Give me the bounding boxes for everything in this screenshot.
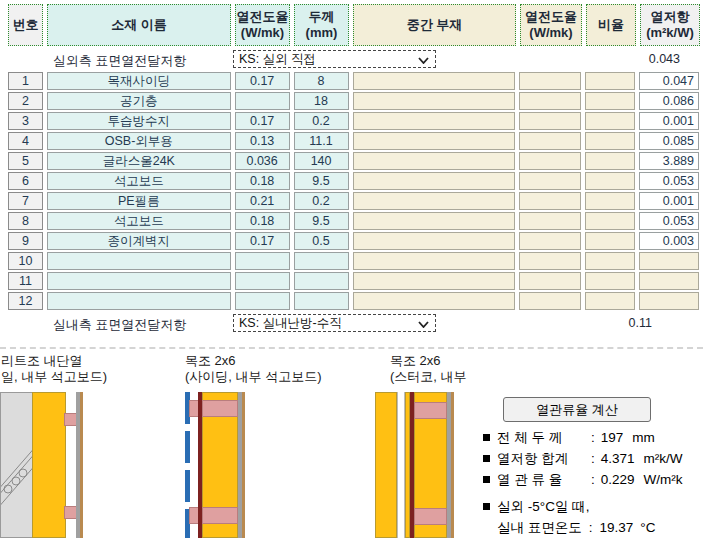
thickness-cell[interactable]: 0.2 xyxy=(294,112,349,130)
middle-member-cell[interactable] xyxy=(353,192,516,210)
material-name-cell[interactable] xyxy=(47,252,231,270)
middle-conductivity-cell[interactable] xyxy=(519,172,581,190)
middle-conductivity-cell[interactable] xyxy=(519,292,581,310)
resistance-cell[interactable]: 0.047 xyxy=(639,72,699,90)
resistance-cell[interactable]: 0.053 xyxy=(639,172,699,190)
results-panel: 전 체 두 께 : 197 mm 열저항 합계 : 4.371 m²k/W 열 … xyxy=(483,427,683,490)
middle-member-cell[interactable] xyxy=(353,72,516,90)
resistance-cell[interactable]: 0.001 xyxy=(639,112,699,130)
conductivity-cell[interactable]: 0.18 xyxy=(235,212,290,230)
ratio-cell[interactable] xyxy=(585,172,635,190)
finish-layer xyxy=(242,392,245,538)
material-table: 번호 소재 이름 열전도율(W/mk) 두께(mm) 중간 부재 열전도율(W/… xyxy=(0,4,703,335)
ratio-cell[interactable] xyxy=(585,252,635,270)
ratio-cell[interactable] xyxy=(585,192,635,210)
row-number-cell: 10 xyxy=(8,252,43,270)
ratio-cell[interactable] xyxy=(585,132,635,150)
material-name-cell[interactable]: PE필름 xyxy=(47,192,231,210)
resistance-cell[interactable] xyxy=(639,252,699,270)
ratio-cell[interactable] xyxy=(585,212,635,230)
middle-member-cell[interactable] xyxy=(353,92,516,110)
middle-conductivity-cell[interactable] xyxy=(519,192,581,210)
resistance-cell[interactable] xyxy=(639,292,699,310)
middle-member-cell[interactable] xyxy=(353,152,516,170)
thickness-cell[interactable]: 0.2 xyxy=(294,192,349,210)
thickness-cell[interactable] xyxy=(294,252,349,270)
outdoor-resistance-value: 0.043 xyxy=(590,52,700,66)
middle-conductivity-cell[interactable] xyxy=(519,92,581,110)
resistance-cell[interactable]: 0.003 xyxy=(639,232,699,250)
ratio-cell[interactable] xyxy=(585,292,635,310)
calculate-button[interactable]: 열관류율 계산 xyxy=(503,397,651,422)
thickness-cell[interactable]: 11.1 xyxy=(294,132,349,150)
resistance-cell[interactable]: 0.085 xyxy=(639,132,699,150)
ratio-cell[interactable] xyxy=(585,272,635,290)
conductivity-cell[interactable]: 0.17 xyxy=(235,72,290,90)
thickness-cell[interactable]: 0.5 xyxy=(294,232,349,250)
middle-member-cell[interactable] xyxy=(353,112,516,130)
middle-conductivity-cell[interactable] xyxy=(519,232,581,250)
material-name-cell[interactable]: 종이계벽지 xyxy=(47,232,231,250)
ratio-cell[interactable] xyxy=(585,152,635,170)
middle-member-cell[interactable] xyxy=(353,252,516,270)
material-name-cell[interactable] xyxy=(47,272,231,290)
thickness-cell[interactable] xyxy=(294,272,349,290)
conductivity-cell[interactable]: 0.17 xyxy=(235,112,290,130)
conductivity-cell[interactable]: 0.13 xyxy=(235,132,290,150)
conductivity-cell[interactable] xyxy=(235,272,290,290)
resistance-cell[interactable]: 0.086 xyxy=(639,92,699,110)
middle-member-cell[interactable] xyxy=(353,132,516,150)
material-name-cell[interactable]: 목재사이딩 xyxy=(47,72,231,90)
stat-value: 4.371 xyxy=(601,451,635,466)
material-name-cell[interactable]: 석고보드 xyxy=(47,212,231,230)
material-name-cell[interactable]: 공기층 xyxy=(47,92,231,110)
indoor-resistance-select[interactable]: KS: 실내난방-수직 xyxy=(233,314,436,332)
middle-conductivity-cell[interactable] xyxy=(519,152,581,170)
thickness-cell[interactable]: 140 xyxy=(294,152,349,170)
thickness-cell[interactable]: 8 xyxy=(294,72,349,90)
conductivity-cell[interactable] xyxy=(235,92,290,110)
material-name-cell[interactable]: OSB-외부용 xyxy=(47,132,231,150)
middle-conductivity-cell[interactable] xyxy=(519,72,581,90)
thickness-cell[interactable]: 9.5 xyxy=(294,172,349,190)
middle-conductivity-cell[interactable] xyxy=(519,112,581,130)
middle-conductivity-cell[interactable] xyxy=(519,132,581,150)
resistance-cell[interactable]: 0.001 xyxy=(639,192,699,210)
ratio-cell[interactable] xyxy=(585,232,635,250)
section-divider xyxy=(0,347,703,349)
material-name-cell[interactable] xyxy=(47,292,231,310)
thickness-cell[interactable] xyxy=(294,292,349,310)
middle-conductivity-cell[interactable] xyxy=(519,272,581,290)
stat-colon: : xyxy=(591,430,595,445)
resistance-cell[interactable]: 3.889 xyxy=(639,152,699,170)
ratio-cell[interactable] xyxy=(585,112,635,130)
resistance-cell[interactable]: 0.053 xyxy=(639,212,699,230)
middle-member-cell[interactable] xyxy=(353,212,516,230)
material-name-cell[interactable]: 글라스울24K xyxy=(47,152,231,170)
conductivity-cell[interactable]: 0.036 xyxy=(235,152,290,170)
middle-conductivity-cell[interactable] xyxy=(519,212,581,230)
conductivity-cell[interactable] xyxy=(235,292,290,310)
ratio-cell[interactable] xyxy=(585,72,635,90)
middle-member-cell[interactable] xyxy=(353,172,516,190)
finish-layer xyxy=(80,392,83,538)
middle-member-cell[interactable] xyxy=(353,292,516,310)
thickness-cell[interactable]: 18 xyxy=(294,92,349,110)
thickness-cell[interactable]: 9.5 xyxy=(294,212,349,230)
conductivity-cell[interactable] xyxy=(235,252,290,270)
resistance-cell[interactable] xyxy=(639,272,699,290)
middle-conductivity-cell[interactable] xyxy=(519,252,581,270)
middle-member-cell[interactable] xyxy=(353,232,516,250)
material-name-cell[interactable]: 석고보드 xyxy=(47,172,231,190)
note-condition: 실외 -5°C일 때, xyxy=(497,498,589,516)
bullet-icon xyxy=(483,476,490,483)
note-label: 실내 표면온도 xyxy=(497,519,582,537)
material-name-cell[interactable]: 투습방수지 xyxy=(47,112,231,130)
ratio-cell[interactable] xyxy=(585,92,635,110)
outdoor-resistance-select[interactable]: KS: 실외 직접 xyxy=(233,50,436,68)
conductivity-cell[interactable]: 0.18 xyxy=(235,172,290,190)
conductivity-cell[interactable]: 0.17 xyxy=(235,232,290,250)
header-label: 열전도율 xyxy=(525,9,577,25)
conductivity-cell[interactable]: 0.21 xyxy=(235,192,290,210)
middle-member-cell[interactable] xyxy=(353,272,516,290)
